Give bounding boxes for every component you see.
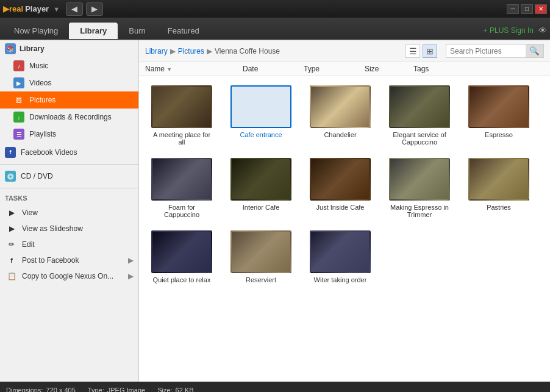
view-icon: ▶ [6,207,17,218]
sidebar-label-pictures: Pictures [29,96,55,104]
tab-right-controls: + PLUS Sign In 👁 [484,26,547,39]
photo-label-espresso: Espresso [485,131,513,138]
eye-icon[interactable]: 👁 [538,26,547,35]
search-button[interactable]: 🔍 [526,45,543,57]
task-copy[interactable]: 📋 Copy to Google Nexus On... ▶ [0,268,138,284]
window-controls: ─ □ ✕ [507,4,547,14]
sidebar-divider-2 [0,188,138,188]
breadcrumb-pictures[interactable]: Pictures [178,47,204,55]
tab-library[interactable]: Library [69,23,118,39]
sidebar: 📚 Library ♪ Music ▶ Videos 🖼 Pictures ↓ … [0,40,139,382]
task-label-facebook: Post to Facebook [22,256,79,265]
photo-item-reserviert[interactable]: Reserviert [227,230,295,283]
breadcrumb-library[interactable]: Library [145,47,168,55]
tab-now-playing[interactable]: Now Playing [3,23,69,39]
photo-item-interior[interactable]: Interior Cafe [227,158,295,218]
photo-item-cafe-entrance[interactable]: Cafe entrance [227,85,295,146]
photo-item-meeting[interactable]: A meeting place for all [148,85,215,146]
plus-sign-in-button[interactable]: + PLUS Sign In [484,26,534,35]
photo-item-chandelier[interactable]: Chandelier [307,85,374,146]
pictures-icon: 🖼 [13,94,24,105]
task-view[interactable]: ▶ View [0,205,138,221]
type-label: Type: [88,387,104,392]
col-header-size[interactable]: Size [365,65,413,73]
logo-player: Player [25,4,49,13]
photo-thumb-just-inside [310,158,371,201]
library-header-label: Library [20,45,45,53]
breadcrumb-current: Vienna Coffe House [215,47,280,55]
task-slideshow[interactable]: ▶ View as Slideshow [0,221,138,237]
back-button[interactable]: ◀ [66,2,83,16]
col-header-tags[interactable]: Tags [413,65,544,73]
task-label-copy: Copy to Google Nexus On... [22,272,113,280]
task-facebook[interactable]: f Post to Facebook ▶ [0,252,138,268]
videos-icon: ▶ [13,77,24,88]
photo-label-making: Making Espresso in Trimmer [389,204,450,218]
search-box: 🔍 [446,44,544,58]
facebook-arrow-icon: ▶ [128,256,134,265]
photo-item-foam[interactable]: Foam for Cappuccino [148,158,215,218]
sidebar-item-music[interactable]: ♪ Music [0,57,138,74]
photo-item-just-inside[interactable]: Just Inside Cafe [307,158,374,218]
task-edit[interactable]: ✏ Edit [0,237,138,252]
status-size: Size: 62 KB [157,387,193,392]
cd-icon: 💿 [5,171,16,182]
task-label-edit: Edit [22,240,35,249]
task-label-slideshow: View as Slideshow [22,224,83,233]
grid-view-button[interactable]: ⊞ [423,45,437,58]
photo-item-quiet[interactable]: Quiet place to relax [148,230,215,283]
tasks-header: TASKS [0,191,138,205]
slideshow-icon: ▶ [6,223,17,234]
library-header[interactable]: 📚 Library [0,40,138,57]
sidebar-label-facebook: Facebook Videos [21,148,77,157]
forward-button[interactable]: ▶ [86,2,103,16]
photo-item-making[interactable]: Making Espresso in Trimmer [386,158,453,218]
sidebar-item-cd[interactable]: 💿 CD / DVD [0,168,138,185]
photo-label-quiet: Quiet place to relax [153,276,211,283]
list-view-button[interactable]: ☰ [405,45,420,58]
sidebar-item-downloads[interactable]: ↓ Downloads & Recordings [0,109,138,126]
nav-buttons: ◀ ▶ [66,2,103,16]
photo-item-witer[interactable]: Witer taking order [307,230,374,283]
col-header-type[interactable]: Type [304,65,365,73]
photo-label-witer: Witer taking order [314,276,367,283]
minimize-button[interactable]: ─ [507,4,519,14]
photo-thumb-pastries [468,158,529,201]
breadcrumb-sep-1: ▶ [170,47,176,55]
tab-burn[interactable]: Burn [118,23,156,39]
photo-label-just-inside: Just Inside Cafe [316,204,365,211]
search-input[interactable] [446,45,526,57]
photo-item-espresso[interactable]: Espresso [465,85,532,146]
app-logo: ▶realPlayer ▼ [3,4,60,13]
copy-arrow-icon: ▶ [128,272,134,280]
sidebar-item-pictures[interactable]: 🖼 Pictures [0,91,138,109]
library-icon: 📚 [5,43,16,54]
photo-label-meeting: A meeting place for all [151,131,212,146]
photo-item-elegant[interactable]: Elegant service of Cappuccino [386,85,453,146]
sidebar-label-playlists: Playlists [29,130,56,138]
sidebar-item-facebook-videos[interactable]: f Facebook Videos [0,144,138,161]
task-label-view: View [22,208,38,217]
edit-icon: ✏ [6,239,17,250]
sidebar-divider-1 [0,164,138,165]
tab-featured[interactable]: Featured [157,23,210,39]
type-value: JPEG Image [107,387,145,392]
dropdown-arrow[interactable]: ▼ [53,5,60,13]
sidebar-label-music: Music [29,62,48,70]
photo-thumb-elegant [389,85,450,128]
photo-grid: A meeting place for all Cafe entrance Ch… [139,76,550,382]
photo-label-pastries: Pastries [487,204,511,211]
sidebar-item-playlists[interactable]: ☰ Playlists [0,126,138,143]
col-header-date[interactable]: Date [243,65,304,73]
photo-label-chandelier: Chandelier [324,131,356,138]
facebook-post-icon: f [6,255,17,266]
col-header-name[interactable]: Name ▼ [145,65,243,73]
music-icon: ♪ [13,60,24,71]
photo-label-interior: Interior Cafe [243,204,280,211]
photo-item-pastries[interactable]: Pastries [465,158,532,218]
downloads-icon: ↓ [13,112,24,123]
restore-button[interactable]: □ [521,4,533,14]
sidebar-item-videos[interactable]: ▶ Videos [0,74,138,91]
photo-label-foam: Foam for Cappuccino [151,204,212,218]
close-button[interactable]: ✕ [535,4,547,14]
